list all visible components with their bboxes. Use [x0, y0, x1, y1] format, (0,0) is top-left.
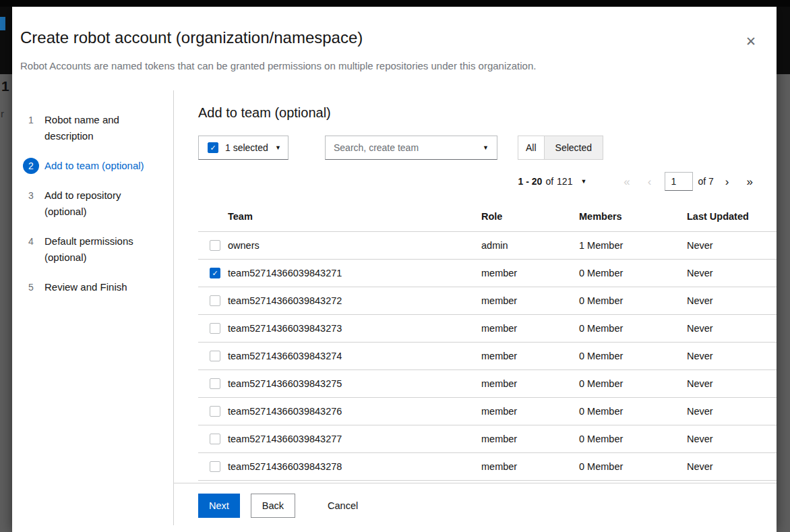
row-checkbox[interactable] [210, 323, 220, 334]
step-number: 5 [23, 279, 39, 295]
cell-members: 1 Member [578, 232, 686, 260]
cell-last-updated: Never [686, 232, 777, 260]
table-row: team52714366039843273member0 MemberNever [198, 315, 777, 343]
cell-members: 0 Member [578, 260, 686, 287]
cell-team: owners [226, 232, 480, 260]
row-checkbox[interactable] [210, 378, 220, 389]
backdrop-top [0, 0, 790, 7]
table-row: team52714366039843276member0 MemberNever [198, 398, 777, 425]
row-checkbox[interactable] [210, 295, 220, 306]
cell-last-updated: Never [686, 453, 777, 481]
row-checkbox[interactable]: ✓ [210, 268, 220, 278]
cell-last-updated: Never [686, 287, 777, 315]
total-pages-label: of 7 [698, 176, 714, 187]
wizard-step-3[interactable]: 3Add to repository (optional) [12, 181, 173, 227]
chevron-down-icon: ▼ [275, 144, 281, 151]
step-label: Default permissions (optional) [44, 233, 147, 266]
of-word: of [545, 176, 553, 187]
cell-team: team52714366039843273 [226, 315, 480, 343]
cell-role: member [480, 453, 578, 481]
cell-team: team52714366039843275 [226, 370, 480, 398]
selected-count-label: 1 selected [225, 142, 268, 153]
modal-title: Create robot account (organization/names… [20, 27, 736, 49]
cell-last-updated: Never [686, 425, 777, 453]
step-label: Add to team (optional) [44, 158, 144, 174]
cell-last-updated: Never [686, 260, 777, 287]
wizard-footer: Next Back Cancel [174, 483, 777, 525]
cell-role: admin [480, 232, 578, 260]
row-checkbox[interactable] [210, 351, 220, 361]
search-input[interactable] [326, 142, 480, 153]
table-row: ✓team52714366039843271member0 MemberNeve… [198, 260, 777, 287]
modal-header: Create robot account (organization/names… [12, 7, 777, 90]
underlying-text-fragment: r [1, 108, 4, 119]
table-row: team52714366039843277member0 MemberNever [198, 425, 777, 453]
step-label: Add to repository (optional) [44, 187, 147, 220]
row-checkbox[interactable] [210, 461, 220, 472]
previous-page-icon[interactable]: ‹ [639, 172, 661, 191]
backdrop-right [777, 7, 790, 532]
cell-members: 0 Member [578, 315, 686, 343]
header-role: Role [480, 202, 578, 232]
cell-members: 0 Member [578, 343, 686, 370]
step-label: Review and Finish [44, 279, 127, 295]
toggle-selected[interactable]: Selected [544, 136, 603, 159]
next-page-icon[interactable]: › [717, 172, 738, 191]
underlying-nav-accent [0, 17, 5, 30]
per-page-dropdown[interactable]: 1 - 20 of 121 ▼ [518, 176, 587, 187]
selected-filter-dropdown[interactable]: ✓ 1 selected ▼ [198, 136, 288, 160]
wizard-step-2[interactable]: 2Add to team (optional) [12, 151, 173, 181]
header-members: Members [578, 202, 686, 232]
wizard-step-1[interactable]: 1Robot name and description [12, 105, 173, 151]
wizard-step-4[interactable]: 4Default permissions (optional) [12, 227, 173, 272]
cell-role: member [480, 260, 578, 287]
team-table: Team Role Members Last Updated ownersadm… [198, 202, 777, 481]
cell-last-updated: Never [686, 315, 777, 343]
cell-team: team52714366039843278 [226, 453, 480, 481]
cell-members: 0 Member [578, 398, 686, 425]
first-page-icon[interactable]: « [615, 172, 638, 191]
step-number: 4 [23, 233, 39, 249]
cell-role: member [480, 398, 578, 425]
toggle-all[interactable]: All [518, 136, 544, 159]
chevron-down-icon: ▼ [580, 178, 586, 185]
controls-row: ✓ 1 selected ▼ ▼ All Selected [198, 136, 777, 160]
bulk-select-checkbox[interactable]: ✓ [208, 142, 218, 153]
step-label: Robot name and description [44, 112, 147, 144]
cell-last-updated: Never [686, 398, 777, 425]
backdrop-left: 1 r [0, 7, 12, 532]
chevron-down-icon[interactable]: ▼ [480, 144, 497, 151]
row-checkbox[interactable] [210, 240, 220, 251]
cell-role: member [480, 370, 578, 398]
cell-role: member [480, 425, 578, 453]
team-search-select: ▼ [325, 136, 497, 160]
modal-body: 1Robot name and description2Add to team … [12, 90, 777, 525]
last-page-icon[interactable]: » [738, 172, 762, 191]
next-button[interactable]: Next [198, 494, 240, 518]
back-button[interactable]: Back [251, 494, 295, 518]
cell-team: team52714366039843274 [226, 343, 480, 370]
header-team: Team [226, 202, 480, 232]
cell-team: team52714366039843271 [226, 260, 480, 287]
row-checkbox[interactable] [210, 434, 220, 444]
step-number: 3 [23, 187, 39, 204]
table-header-row: Team Role Members Last Updated [198, 202, 777, 232]
cell-role: member [480, 343, 578, 370]
row-checkbox[interactable] [210, 406, 220, 417]
table-row: team52714366039843278member0 MemberNever [198, 453, 777, 481]
close-icon[interactable]: ✕ [744, 34, 758, 49]
cell-team: team52714366039843277 [226, 425, 480, 453]
page-range-label: 1 - 20 [518, 176, 543, 187]
cell-role: member [480, 287, 578, 315]
filter-toggle-group: All Selected [518, 136, 603, 160]
header-last-updated: Last Updated [686, 202, 777, 232]
cell-members: 0 Member [578, 425, 686, 453]
current-page-input[interactable] [665, 172, 693, 191]
underlying-text-fragment: 1 [1, 78, 9, 94]
cancel-button[interactable]: Cancel [317, 494, 369, 518]
cell-members: 0 Member [578, 287, 686, 315]
modal-description: Robot Accounts are named tokens that can… [20, 59, 736, 73]
table-row: team52714366039843275member0 MemberNever [198, 370, 777, 398]
pagination: 1 - 20 of 121 ▼ « ‹ of 7 › » [198, 169, 777, 194]
wizard-step-5[interactable]: 5Review and Finish [12, 272, 173, 302]
